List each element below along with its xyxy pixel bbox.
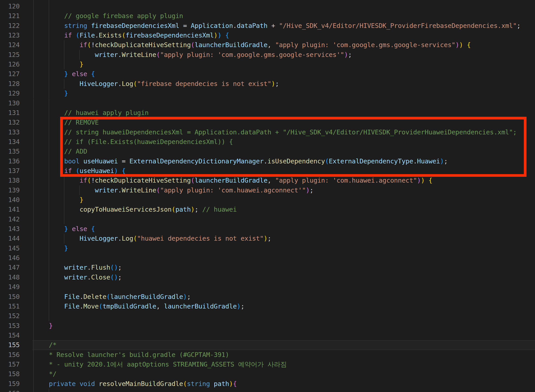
code-text: } <box>33 89 68 98</box>
code-line-146[interactable]: 146 <box>0 253 535 263</box>
code-text: // if (File.Exists(huaweiDependenciesXml… <box>33 137 233 147</box>
line-number[interactable]: 139 <box>0 186 20 195</box>
line-number[interactable]: 156 <box>0 350 20 360</box>
code-line-152[interactable]: 152 <box>0 311 535 321</box>
line-number[interactable]: 129 <box>0 89 20 98</box>
line-number[interactable]: 122 <box>0 21 20 31</box>
line-number[interactable]: 146 <box>0 253 20 263</box>
code-editor[interactable]: 119 }120121 // google firebase apply plu… <box>0 0 535 392</box>
line-number[interactable]: 137 <box>0 166 20 176</box>
code-line-160[interactable]: 160 <box>0 389 535 392</box>
code-line-135[interactable]: 135 // ADD <box>0 147 535 156</box>
code-line-129[interactable]: 129 } <box>0 89 535 98</box>
line-number[interactable]: 145 <box>0 243 20 253</box>
line-number[interactable]: 143 <box>0 224 20 234</box>
code-line-137[interactable]: 137 if (useHuawei) { <box>0 166 535 176</box>
line-number[interactable]: 152 <box>0 311 20 321</box>
line-number[interactable]: 128 <box>0 79 20 89</box>
line-number[interactable]: 136 <box>0 156 20 166</box>
code-line-148[interactable]: 148 writer.Close(); <box>0 273 535 282</box>
code-line-127[interactable]: 127 } else { <box>0 69 535 79</box>
code-line-124[interactable]: 124 if(!checkDuplicateHiveSetting(launch… <box>0 40 535 50</box>
code-line-130[interactable]: 130 <box>0 98 535 108</box>
code-line-143[interactable]: 143 } else { <box>0 224 535 234</box>
code-line-149[interactable]: 149 <box>0 282 535 292</box>
line-number[interactable]: 147 <box>0 263 20 272</box>
line-number[interactable]: 158 <box>0 369 20 379</box>
code-line-119[interactable]: 119 } <box>0 0 535 2</box>
line-number[interactable]: 160 <box>0 389 20 392</box>
line-number[interactable]: 131 <box>0 108 20 118</box>
line-number[interactable]: 142 <box>0 215 20 224</box>
code-line-157[interactable]: 157 * - unity 2020.1에서 aaptOptions STREA… <box>0 360 535 369</box>
code-line-131[interactable]: 131 // huawei apply plugin <box>0 108 535 118</box>
line-number[interactable]: 155 <box>0 340 20 350</box>
code-line-120[interactable]: 120 <box>0 2 535 11</box>
code-line-147[interactable]: 147 writer.Flush(); <box>0 263 535 272</box>
line-number[interactable]: 130 <box>0 98 20 108</box>
code-line-122[interactable]: 122 string firebaseDependenciesXml = App… <box>0 21 535 31</box>
code-line-123[interactable]: 123 if (File.Exists(firebaseDependencies… <box>0 31 535 40</box>
line-number[interactable]: 124 <box>0 40 20 50</box>
line-number[interactable]: 135 <box>0 147 20 156</box>
token <box>95 380 99 387</box>
code-line-121[interactable]: 121 // google firebase apply plugin <box>0 11 535 21</box>
line-number[interactable]: 121 <box>0 11 20 21</box>
token: } <box>80 61 83 68</box>
code-line-140[interactable]: 140 } <box>0 195 535 205</box>
token: ( <box>76 32 80 39</box>
line-number[interactable]: 127 <box>0 69 20 79</box>
token: } <box>49 322 53 330</box>
line-number[interactable]: 159 <box>0 379 20 389</box>
line-number[interactable]: 125 <box>0 50 20 60</box>
line-number[interactable]: 120 <box>0 2 20 11</box>
line-number[interactable]: 123 <box>0 31 20 40</box>
token: Application <box>191 22 233 29</box>
line-number[interactable]: 153 <box>0 321 20 331</box>
code-text: if(!checkDuplicateHiveSetting(launcherBu… <box>33 176 432 185</box>
token: ( <box>106 293 110 300</box>
code-line-156[interactable]: 156 * Resolve launcher's build.gradle (#… <box>0 350 535 360</box>
code-line-150[interactable]: 150 File.Delete(launcherBuildGradle); <box>0 292 535 302</box>
token <box>87 225 91 233</box>
code-line-133[interactable]: 133 // string huaweiDependenciesXml = Ap… <box>0 127 535 137</box>
code-line-142[interactable]: 142 <box>0 215 535 224</box>
line-number[interactable]: 148 <box>0 273 20 282</box>
line-number[interactable]: 144 <box>0 234 20 243</box>
code-line-141[interactable]: 141 copyToHuaweiServicesJson(path); // h… <box>0 205 535 214</box>
code-line-136[interactable]: 136 bool useHuawei = ExternalDependencyD… <box>0 156 535 166</box>
line-number[interactable]: 151 <box>0 302 20 311</box>
code-line-145[interactable]: 145 } <box>0 243 535 253</box>
indent-guide <box>49 253 49 263</box>
code-line-155[interactable]: 155 /* <box>0 340 535 350</box>
line-number[interactable]: 119 <box>0 0 20 2</box>
line-number[interactable]: 149 <box>0 282 20 292</box>
line-number[interactable]: 138 <box>0 176 20 185</box>
token: "huawei dependecies is not exist" <box>137 235 263 242</box>
line-number[interactable]: 126 <box>0 60 20 69</box>
line-number[interactable]: 132 <box>0 118 20 127</box>
code-line-153[interactable]: 153 } <box>0 321 535 331</box>
line-number[interactable]: 154 <box>0 331 20 340</box>
token: Delete <box>83 293 106 300</box>
code-line-154[interactable]: 154 <box>0 331 535 340</box>
line-number[interactable]: 133 <box>0 127 20 137</box>
code-line-134[interactable]: 134 // if (File.Exists(huaweiDependencie… <box>0 137 535 147</box>
code-line-159[interactable]: 159 private void resolveMainBuildGradle(… <box>0 379 535 389</box>
line-number[interactable]: 141 <box>0 205 20 214</box>
line-number[interactable]: 140 <box>0 195 20 205</box>
code-line-158[interactable]: 158 */ <box>0 369 535 379</box>
line-number[interactable]: 134 <box>0 137 20 147</box>
code-line-128[interactable]: 128 HiveLogger.Log("firebase dependecies… <box>0 79 535 89</box>
code-line-151[interactable]: 151 File.Move(tmpBuildGradle, launcherBu… <box>0 302 535 311</box>
line-number[interactable]: 157 <box>0 360 20 369</box>
code-line-126[interactable]: 126 } <box>0 60 535 69</box>
token: ( <box>172 205 175 213</box>
code-line-132[interactable]: 132 // REMOVE <box>0 118 535 127</box>
code-line-144[interactable]: 144 HiveLogger.Log("huawei dependecies i… <box>0 234 535 243</box>
indent-guide <box>33 389 34 392</box>
line-number[interactable]: 150 <box>0 292 20 302</box>
code-line-139[interactable]: 139 writer.WriteLine("apply plugin: 'com… <box>0 186 535 195</box>
code-line-138[interactable]: 138 if(!checkDuplicateHiveSetting(launch… <box>0 176 535 185</box>
code-line-125[interactable]: 125 writer.WriteLine("apply plugin: 'com… <box>0 50 535 60</box>
